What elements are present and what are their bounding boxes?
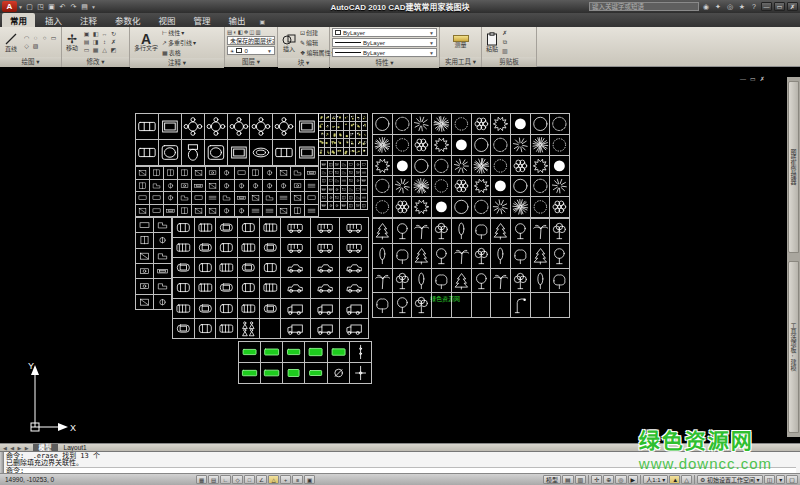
dyn-toggle-icon[interactable]: + [280,475,291,484]
scale-icon[interactable]: ↕ [100,38,109,46]
ribbon-tab-6[interactable]: 输出 [221,13,254,27]
ortho-toggle-icon[interactable]: ∟ [220,475,231,484]
draw-tools-cluster[interactable]: ◠◌ ○▭ ◇▨ [22,34,58,50]
layers-panel-label[interactable]: 图层 ▾ [225,57,277,67]
layer-off-icon[interactable]: ◐ [233,29,236,35]
undo-icon[interactable]: ↶ [57,3,68,11]
rectangle-icon[interactable]: ▭ [49,34,58,42]
copy-clip-icon[interactable]: ⧉ [502,38,508,46]
cut-icon[interactable]: ✗ [502,29,508,37]
ellipse-icon[interactable]: ◇ [22,42,31,50]
quickview-layouts-icon[interactable]: ▤ [562,475,574,484]
ribbon-tab-5[interactable]: 管理 [186,13,219,27]
drawing-canvas[interactable]: —▭✗ Y X 绿色资源网 图纸集管理器 工具选项板 - 建模 [0,67,800,443]
ducs-toggle-icon[interactable]: △ [268,475,279,484]
arc-icon[interactable]: ◠ [22,34,31,42]
layer-dropdown[interactable]: ☀ 0▼ [227,46,275,55]
polar-toggle-icon[interactable]: ◇ [232,475,243,484]
modify-tools-cluster[interactable]: ▣◧↔↻ ▤◨↕✗ ▭▦△◩ [82,30,118,54]
revision-cloud-icon[interactable]: ◌ [31,34,40,42]
measure-button[interactable]: 测量 [451,35,471,49]
lineweight-dropdown[interactable]: ByLayer▼ [332,38,437,47]
toolbar-lock-icon[interactable]: ◫ [764,475,776,484]
copy-icon[interactable]: ▣ [82,30,91,38]
otrack-toggle-icon[interactable]: ∠ [256,475,267,484]
quick-access-caret-icon[interactable]: ▼ [91,4,96,10]
new-icon[interactable]: ▢ [24,3,35,11]
help-search-input[interactable] [589,2,699,11]
grid-toggle-icon[interactable]: ▤ [208,475,219,484]
layer-state-dropdown[interactable]: 未保存的图层状态▼ [227,36,275,45]
snap-toggle-icon[interactable]: ▦ [196,475,207,484]
qp-toggle-icon[interactable]: ▣ [304,475,315,484]
sheet-set-manager-tab[interactable]: 图纸集管理器 [788,81,799,253]
line-button[interactable]: 直线 [2,32,20,53]
layer-freeze-icon[interactable]: ❄ [244,29,249,35]
dw-minimize-icon[interactable]: — [740,76,750,82]
tool-palettes-tab[interactable]: 工具选项板 - 建模 [788,261,799,433]
table-button[interactable]: ▦表格 [162,48,196,57]
mirror-icon[interactable]: ◧ [91,30,100,38]
erase-icon[interactable]: ▤ [82,38,91,46]
rotate-icon[interactable]: ↻ [109,30,118,38]
move-button[interactable]: ✢ 移动 [64,33,80,52]
exchange-icon[interactable]: ✦ [713,3,723,11]
trim-icon[interactable]: ✗ [109,38,118,46]
model-space-button[interactable]: 模型 [543,475,561,484]
mtext-button[interactable]: A 多行文字 [132,33,160,52]
osnap-toggle-icon[interactable]: □ [244,475,255,484]
circle-icon[interactable]: ○ [40,34,49,42]
communication-center-icon[interactable]: ◎ [725,3,735,11]
autocad-logo-icon[interactable]: A [2,1,17,12]
lwt-toggle-icon[interactable]: ≡ [292,475,303,484]
utilities-panel-label[interactable]: 实用工具 ▾ [440,57,481,67]
modify-panel-label[interactable]: 修改 ▾ [62,57,129,67]
open-icon[interactable]: ◳ [35,3,46,11]
close-icon[interactable]: ✗ [787,2,798,11]
annotation-visibility-icon[interactable]: ▲ [669,475,680,484]
binoculars-search-icon[interactable]: ◉ [701,3,711,11]
fillet-icon[interactable]: ▭ [82,46,91,54]
tab-nav-icons[interactable]: ◀ ◀ ▶ ▶ [0,445,33,451]
properties-panel-label[interactable]: 特性 ▾ [330,58,439,68]
insert-block-button[interactable]: 插入 [280,33,298,53]
redo-icon[interactable]: ↷ [68,3,79,11]
layer-isolate-icon[interactable]: ◧ [238,29,243,35]
minimize-icon[interactable]: — [761,2,772,11]
help-icon[interactable]: ? [749,3,759,10]
quickview-drawings-icon[interactable]: ▥ [575,475,587,484]
command-resize-grip[interactable] [0,452,4,474]
explode-icon[interactable]: △ [100,46,109,54]
ribbon-tab-3[interactable]: 参数化 [107,13,149,27]
offset-icon[interactable]: ◨ [91,38,100,46]
ribbon-tab-0[interactable]: 常用 [2,13,35,27]
command-window[interactable]: 命令: _.erase 找到 13 个 已删除填充边界关联性。 命令: [0,451,800,473]
status-menu-caret-icon[interactable]: ▾ [776,475,785,484]
object-color-dropdown[interactable]: ByLayer▼ [332,28,437,37]
dw-restore-icon[interactable]: ▭ [750,76,760,82]
ribbon-tab-1[interactable]: 插入 [37,13,70,27]
annotation-scale-button[interactable]: 人1:1 ▾ [643,475,668,484]
clean-screen-icon[interactable]: ▢ [786,475,798,484]
layer-match-icon[interactable]: ▥ [256,29,261,35]
array-icon[interactable]: ▦ [91,46,100,54]
dw-close-icon[interactable]: ✗ [760,76,769,82]
steering-wheel-icon[interactable]: ◎ [615,475,626,484]
mleader-button[interactable]: ↗多重引线 ▾ [162,38,196,47]
pan-icon[interactable]: ✢ [591,475,602,484]
linetype-dropdown[interactable]: ByLayer▼ [332,48,437,57]
draw-panel-label[interactable]: 绘图 ▾ [0,57,61,67]
break-icon[interactable]: ◩ [109,46,118,54]
ribbon-minimize-icon[interactable]: ▣ [260,18,266,27]
layer-properties-icon[interactable]: ▤ [227,29,232,35]
block-panel-label[interactable]: 块 ▾ [278,58,329,68]
paste-button[interactable]: 粘贴 [484,32,500,53]
restore-icon[interactable]: ▭ [774,2,785,11]
showmotion-icon[interactable]: ▶ [628,475,639,484]
plot-icon[interactable]: ▤ [79,3,90,11]
hatch-icon[interactable]: ▨ [31,42,40,50]
match-properties-icon[interactable]: ▥ [502,47,508,55]
layer-tools-row[interactable]: ▤◐◧❄◫▥ [227,29,275,35]
stretch-icon[interactable]: ↔ [100,30,109,38]
save-icon[interactable]: ▣ [46,3,57,11]
